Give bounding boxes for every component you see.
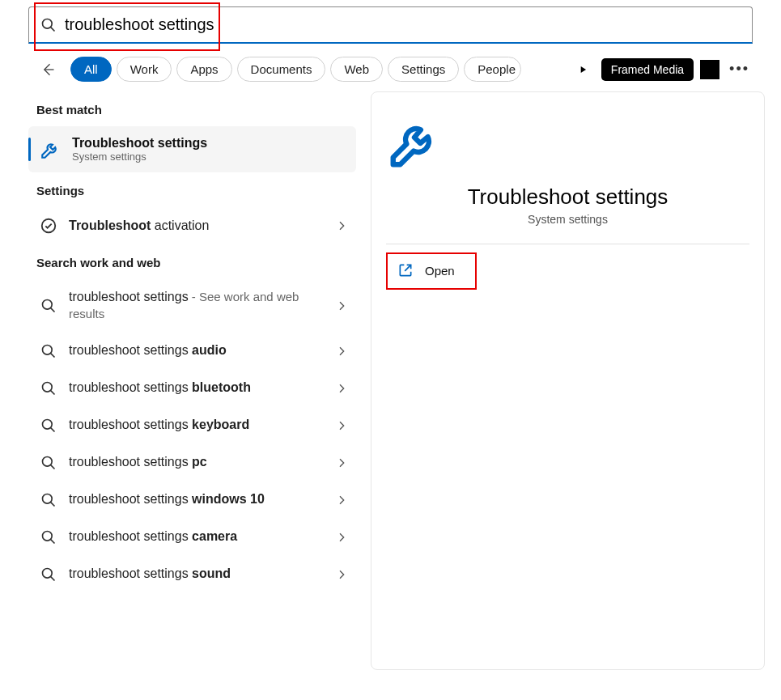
web-result-item[interactable]: troubleshoot settings windows 10 <box>28 482 356 519</box>
open-external-icon <box>397 262 414 278</box>
web-result-main-label: troubleshoot settings - See work and web… <box>69 289 324 323</box>
svg-point-11 <box>43 456 53 466</box>
web-result-item[interactable]: troubleshoot settings camera <box>28 519 356 556</box>
open-button[interactable]: Open <box>386 254 469 286</box>
search-icon <box>40 297 57 315</box>
svg-line-12 <box>51 465 55 469</box>
svg-line-6 <box>51 353 55 357</box>
search-icon <box>40 17 57 33</box>
preview-title: Troubleshoot settings <box>386 185 749 210</box>
search-icon <box>40 454 57 472</box>
web-result-label: troubleshoot settings camera <box>69 528 324 545</box>
tab-documents[interactable]: Documents <box>237 57 326 82</box>
search-bar-container <box>0 0 781 44</box>
search-icon <box>40 380 57 397</box>
chevron-right-icon <box>335 299 348 312</box>
best-match-item[interactable]: Troubleshoot settings System settings <box>28 126 356 172</box>
web-result-label: troubleshoot settings pc <box>69 454 324 471</box>
search-icon <box>40 491 57 509</box>
settings-result-label: Troubleshoot activation <box>69 218 324 235</box>
svg-point-3 <box>43 299 53 309</box>
framed-media-pill[interactable]: Framed Media <box>601 58 694 81</box>
main-content: Best match Troubleshoot settings System … <box>0 91 781 670</box>
tabs-scroll: All Work Apps Documents Web Settings Peo… <box>70 57 564 82</box>
svg-line-1 <box>51 27 55 31</box>
chevron-right-icon <box>335 382 348 395</box>
web-result-item[interactable]: troubleshoot settings pc <box>28 444 356 482</box>
search-icon <box>40 528 57 546</box>
web-result-item[interactable]: troubleshoot settings bluetooth <box>28 370 356 407</box>
svg-point-13 <box>43 494 53 503</box>
svg-line-8 <box>51 390 55 394</box>
search-icon <box>40 417 57 435</box>
web-result-main[interactable]: troubleshoot settings - See work and web… <box>28 279 356 333</box>
best-match-header: Best match <box>28 91 356 126</box>
web-result-label: troubleshoot settings windows 10 <box>69 491 324 508</box>
chevron-right-icon <box>335 568 348 581</box>
preview-panel: Troubleshoot settings System settings Op… <box>371 91 765 670</box>
tab-all[interactable]: All <box>70 57 112 82</box>
chevron-right-icon <box>335 494 348 507</box>
back-arrow[interactable] <box>36 58 59 81</box>
chevron-right-icon <box>335 345 348 358</box>
web-results-list: troubleshoot settings audio troubleshoot… <box>28 333 356 593</box>
svg-line-10 <box>51 427 55 431</box>
wrench-icon <box>40 139 61 160</box>
settings-header: Settings <box>28 172 356 207</box>
wrench-icon <box>386 115 443 172</box>
svg-point-9 <box>43 419 53 429</box>
svg-line-14 <box>51 502 55 506</box>
web-result-label: troubleshoot settings keyboard <box>69 417 324 434</box>
more-options[interactable]: ••• <box>726 61 753 78</box>
chevron-right-icon <box>335 456 348 469</box>
settings-result-troubleshoot-activation[interactable]: Troubleshoot activation <box>28 207 356 244</box>
svg-line-18 <box>51 576 55 580</box>
svg-point-2 <box>42 219 56 233</box>
chevron-right-icon <box>335 531 348 544</box>
tab-settings[interactable]: Settings <box>388 57 459 82</box>
filter-tabs-row: All Work Apps Documents Web Settings Peo… <box>0 44 781 91</box>
tab-work[interactable]: Work <box>117 57 172 82</box>
tab-apps[interactable]: Apps <box>176 57 231 82</box>
web-result-label: troubleshoot settings bluetooth <box>69 380 324 397</box>
search-icon <box>40 566 57 583</box>
web-result-item[interactable]: troubleshoot settings keyboard <box>28 407 356 444</box>
chevron-right-icon <box>335 419 348 432</box>
best-match-text: Troubleshoot settings System settings <box>72 136 207 163</box>
results-panel: Best match Troubleshoot settings System … <box>28 91 356 670</box>
tab-people[interactable]: People <box>464 57 521 82</box>
tabs-scroll-right[interactable] <box>571 57 595 82</box>
svg-point-5 <box>43 345 53 354</box>
svg-point-15 <box>43 531 53 541</box>
search-icon <box>40 342 57 360</box>
search-input[interactable] <box>65 15 741 34</box>
search-bar[interactable] <box>28 6 753 44</box>
checkmark-circle-icon <box>40 217 57 235</box>
web-result-item[interactable]: troubleshoot settings sound <box>28 556 356 593</box>
tab-web[interactable]: Web <box>330 57 383 82</box>
divider <box>386 244 749 244</box>
svg-line-4 <box>51 308 55 312</box>
account-square[interactable] <box>700 60 719 79</box>
search-work-web-header: Search work and web <box>28 244 356 279</box>
svg-point-17 <box>43 568 53 578</box>
best-match-title: Troubleshoot settings <box>72 136 207 151</box>
open-label: Open <box>425 264 455 278</box>
chevron-right-icon <box>335 219 348 232</box>
web-result-label: troubleshoot settings sound <box>69 566 324 583</box>
web-result-item[interactable]: troubleshoot settings audio <box>28 333 356 370</box>
best-match-subtitle: System settings <box>72 151 207 163</box>
svg-point-7 <box>43 382 53 392</box>
svg-line-16 <box>51 539 55 543</box>
preview-subtitle: System settings <box>386 213 749 226</box>
web-result-label: troubleshoot settings audio <box>69 342 324 359</box>
svg-point-0 <box>43 19 53 28</box>
